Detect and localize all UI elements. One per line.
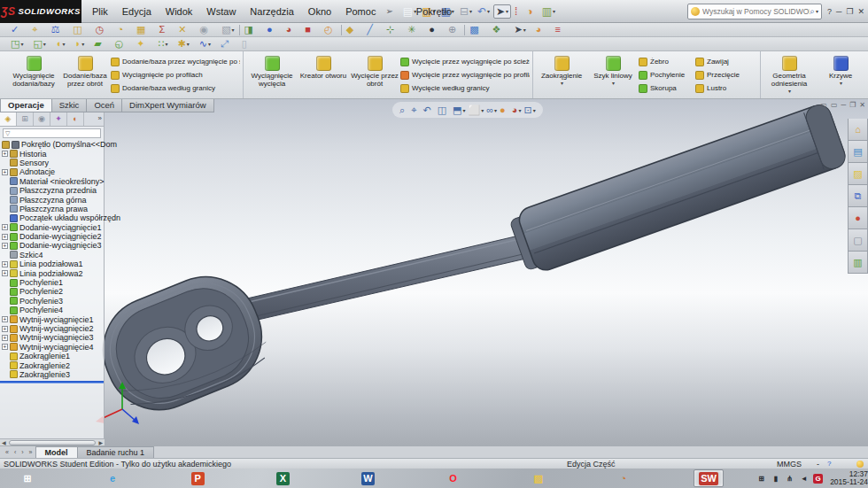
taskbar-app-button[interactable]: P bbox=[182, 469, 213, 487]
toolbar-button[interactable]: ◕ ▾ bbox=[284, 25, 298, 35]
expander-icon[interactable]: + bbox=[2, 234, 8, 240]
panel-tab[interactable]: ⊞ bbox=[17, 112, 34, 126]
window-control-icon[interactable]: ─ bbox=[841, 101, 846, 109]
menu-item[interactable]: Widok bbox=[159, 4, 200, 19]
toolbar-button[interactable]: ■ ▾ bbox=[303, 25, 316, 35]
toolbar-button[interactable]: ◗ ▾ bbox=[74, 39, 87, 49]
task-pane-button[interactable]: ▥ bbox=[848, 252, 868, 274]
toolbar-button[interactable]: ▯ ▾ bbox=[240, 39, 252, 49]
tree-item[interactable]: + Sensory bbox=[0, 159, 104, 167]
quick-tool-button[interactable]: ⁞ ▾ bbox=[513, 5, 523, 18]
tree-item[interactable]: + Wytnij-wyciągnięcie1 bbox=[0, 314, 104, 323]
window-control-icon[interactable]: ? bbox=[827, 7, 832, 16]
expander-icon[interactable]: + bbox=[2, 243, 8, 249]
ribbon-button[interactable]: Krzywe ▾ bbox=[815, 53, 866, 97]
ribbon-tab[interactable]: DimXpert Wymiarów bbox=[121, 99, 213, 112]
expander-icon[interactable]: + bbox=[2, 169, 8, 175]
scrollbar-thumb[interactable] bbox=[9, 440, 97, 445]
tree-item[interactable]: + Historia bbox=[0, 149, 104, 158]
expander-icon[interactable]: + bbox=[2, 224, 8, 230]
ribbon-button[interactable]: Szyk liniowy ▾ bbox=[587, 53, 639, 97]
document-tab[interactable]: Badanie ruchu 1 bbox=[77, 446, 155, 458]
taskbar-clock[interactable]: 12:37 2015-11-24 bbox=[830, 470, 868, 487]
taskbar-app-button[interactable]: SW bbox=[694, 469, 724, 487]
toolbar-button[interactable]: ▰ ▾ bbox=[92, 39, 106, 49]
tab-nav-button[interactable]: » bbox=[27, 449, 35, 455]
tree-item[interactable]: + Początek układu współrzędn bbox=[0, 213, 104, 222]
window-control-icon[interactable]: ❐ bbox=[846, 7, 853, 16]
toolbar-button[interactable]: ◔ ▾ bbox=[115, 25, 128, 35]
tree-item[interactable]: + Wytnij-wyciągnięcie2 bbox=[0, 324, 104, 333]
quick-tool-button[interactable]: ↶ ▾ bbox=[476, 5, 492, 18]
view-tool-button[interactable]: ⬜ ▾ bbox=[468, 105, 484, 115]
toolbar-button[interactable]: ◨ ▾ bbox=[243, 25, 259, 35]
tree-item[interactable]: + Płaszczyzna przednia bbox=[0, 186, 104, 195]
quick-tool-button[interactable]: ▦ ▾ bbox=[439, 5, 456, 18]
toolbar-button[interactable]: ◕ ▾ bbox=[534, 25, 547, 35]
ribbon-button-small[interactable]: Dodanie/baza przez wyciągnięcie po ścież… bbox=[111, 55, 240, 68]
toolbar-button[interactable]: Σ ▾ bbox=[157, 25, 170, 35]
toolbar-button[interactable]: ✓ ▾ bbox=[9, 25, 24, 35]
toolbar-button[interactable]: ◖ ▾ bbox=[54, 39, 67, 49]
search-input[interactable] bbox=[702, 7, 810, 16]
ribbon-button[interactable]: Kreator otworu ▾ bbox=[298, 53, 349, 97]
panel-tab[interactable]: ◉ bbox=[34, 112, 50, 126]
expander-icon[interactable]: + bbox=[2, 335, 8, 341]
taskbar-app-button[interactable]: ⊞ bbox=[12, 469, 43, 487]
menu-item[interactable]: Edycja bbox=[115, 4, 159, 19]
menu-item[interactable]: Plik bbox=[85, 4, 115, 19]
ribbon-tab[interactable]: Oceń bbox=[86, 99, 122, 112]
expander-icon[interactable]: + bbox=[2, 344, 8, 350]
help-search-box[interactable]: ⌕ ▾ bbox=[687, 4, 822, 19]
quick-tool-button[interactable]: ➤ ▾ bbox=[493, 4, 511, 19]
tray-icon[interactable]: ⊞ bbox=[756, 474, 766, 484]
window-control-icon[interactable]: ✕ bbox=[859, 101, 865, 109]
ribbon-button-small[interactable]: Żebro bbox=[639, 55, 695, 68]
scroll-left-icon[interactable]: ◀ bbox=[0, 439, 8, 445]
window-control-icon[interactable]: ▭ bbox=[820, 101, 827, 109]
tree-item[interactable]: + Płaszczyzna górna bbox=[0, 195, 104, 204]
tree-item[interactable]: + Płaszczyzna prawa bbox=[0, 205, 104, 213]
tree-item[interactable]: + Linia podziałowa1 bbox=[0, 259, 104, 268]
ribbon-button[interactable]: Geometria odniesienia ▾ bbox=[763, 53, 815, 97]
chevron-down-icon[interactable]: ▾ bbox=[816, 8, 818, 14]
pin-icon[interactable]: ➢ bbox=[385, 6, 392, 16]
expander-icon[interactable]: + bbox=[2, 261, 8, 267]
menu-item[interactable]: Narzędzia bbox=[243, 4, 301, 19]
tree-item[interactable]: + Pochylenie2 bbox=[0, 287, 104, 296]
expander-icon[interactable]: + bbox=[2, 270, 8, 276]
more-tabs-icon[interactable]: » bbox=[98, 114, 102, 122]
expander-icon[interactable]: + bbox=[2, 151, 8, 157]
quick-tool-button[interactable]: ▨ ▾ bbox=[420, 5, 437, 18]
ribbon-button[interactable]: Dodanie/baza przez obrót ▾ bbox=[59, 53, 111, 97]
ribbon-tab[interactable]: Szkic bbox=[51, 99, 88, 112]
toolbar-button[interactable]: ⊕ ▾ bbox=[446, 25, 461, 35]
taskbar-app-button[interactable]: ▨ bbox=[523, 469, 554, 487]
ribbon-button-small[interactable]: Przecięcie bbox=[695, 68, 757, 81]
tree-filter-box[interactable]: ▽ bbox=[3, 128, 101, 138]
toolbar-button[interactable]: ⊹ ▾ bbox=[384, 25, 399, 35]
rollback-bar[interactable] bbox=[0, 381, 104, 383]
tab-nav-button[interactable]: « bbox=[3, 449, 12, 455]
window-control-icon[interactable]: ❐ bbox=[849, 101, 856, 109]
toolbar-button[interactable]: ▧ ▾ bbox=[220, 25, 236, 35]
view-tool-button[interactable]: ⬒ ▾ bbox=[453, 105, 465, 115]
tree-item[interactable]: + Adnotacje bbox=[0, 167, 104, 176]
tree-item[interactable]: + Pochylenie1 bbox=[0, 278, 104, 287]
ribbon-button[interactable]: Wyciągnięcie dodania/bazy ▾ bbox=[8, 53, 59, 97]
taskbar-app-button[interactable]: O bbox=[438, 469, 469, 487]
scroll-right-icon[interactable]: ▶ bbox=[97, 439, 105, 445]
toolbar-button[interactable]: ◵ ▾ bbox=[113, 39, 129, 49]
quick-tool-button[interactable]: ▤ ▾ bbox=[401, 5, 418, 18]
view-tool-button[interactable]: ◕ ▾ bbox=[512, 105, 522, 115]
quick-tool-button[interactable]: ⊟ ▾ bbox=[458, 5, 474, 18]
menu-item[interactable]: Pomoc bbox=[338, 4, 383, 19]
toolbar-button[interactable]: ◴ ▾ bbox=[322, 25, 338, 35]
toolbar-button[interactable]: ◆ ▾ bbox=[345, 25, 359, 35]
tree-item[interactable]: + Zaokrąglenie1 bbox=[0, 352, 104, 360]
task-pane-button[interactable]: ● bbox=[848, 207, 868, 229]
part-pokretlo-3d[interactable] bbox=[0, 99, 868, 445]
ribbon-button-small[interactable]: Lustro bbox=[695, 81, 757, 95]
taskbar-app-button[interactable]: e bbox=[97, 469, 128, 487]
expander-icon[interactable]: + bbox=[2, 326, 8, 332]
